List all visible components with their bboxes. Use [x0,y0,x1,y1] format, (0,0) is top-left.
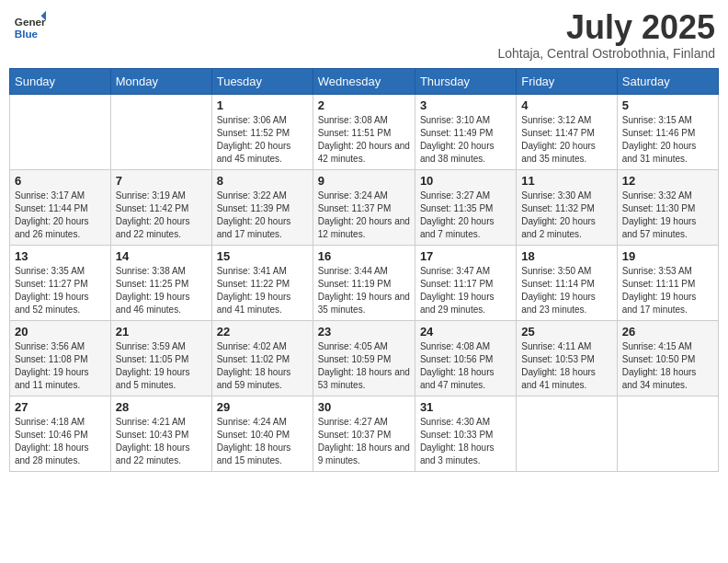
day-info: Sunrise: 4:05 AM Sunset: 10:59 PM Daylig… [318,340,410,392]
calendar-cell: 2Sunrise: 3:08 AM Sunset: 11:51 PM Dayli… [313,94,415,169]
calendar-week-row: 13Sunrise: 3:35 AM Sunset: 11:27 PM Dayl… [10,245,719,320]
calendar-cell: 16Sunrise: 3:44 AM Sunset: 11:19 PM Dayl… [313,245,415,320]
day-info: Sunrise: 4:24 AM Sunset: 10:40 PM Daylig… [217,416,308,467]
day-info: Sunrise: 3:32 AM Sunset: 11:30 PM Daylig… [622,190,713,241]
day-number: 28 [116,400,207,414]
day-number: 2 [318,98,410,112]
calendar-cell: 30Sunrise: 4:27 AM Sunset: 10:37 PM Dayl… [313,396,415,471]
day-info: Sunrise: 4:08 AM Sunset: 10:56 PM Daylig… [420,340,511,392]
calendar-cell: 28Sunrise: 4:21 AM Sunset: 10:43 PM Dayl… [110,396,211,471]
day-info: Sunrise: 3:17 AM Sunset: 11:44 PM Daylig… [15,190,106,241]
calendar-body: 1Sunrise: 3:06 AM Sunset: 11:52 PM Dayli… [10,94,719,471]
day-number: 13 [15,249,106,263]
day-number: 9 [318,174,410,188]
day-header-wednesday: Wednesday [313,68,415,94]
day-number: 5 [622,98,713,112]
calendar-cell: 6Sunrise: 3:17 AM Sunset: 11:44 PM Dayli… [10,169,111,245]
day-info: Sunrise: 3:08 AM Sunset: 11:51 PM Daylig… [318,114,410,166]
calendar-table: SundayMondayTuesdayWednesdayThursdayFrid… [9,68,719,472]
calendar-week-row: 27Sunrise: 4:18 AM Sunset: 10:46 PM Dayl… [10,396,719,471]
day-number: 18 [521,249,612,263]
calendar-cell: 24Sunrise: 4:08 AM Sunset: 10:56 PM Dayl… [415,320,516,396]
calendar-cell: 4Sunrise: 3:12 AM Sunset: 11:47 PM Dayli… [517,94,618,169]
day-info: Sunrise: 3:06 AM Sunset: 11:52 PM Daylig… [217,114,308,166]
day-number: 6 [15,174,106,188]
svg-text:Blue: Blue [15,28,39,40]
day-number: 27 [15,400,106,414]
svg-text:General: General [15,16,46,28]
day-info: Sunrise: 3:47 AM Sunset: 11:17 PM Daylig… [420,265,511,316]
day-info: Sunrise: 4:27 AM Sunset: 10:37 PM Daylig… [318,416,410,467]
day-info: Sunrise: 3:27 AM Sunset: 11:35 PM Daylig… [420,190,511,241]
day-info: Sunrise: 3:35 AM Sunset: 11:27 PM Daylig… [15,265,106,316]
day-info: Sunrise: 4:21 AM Sunset: 10:43 PM Daylig… [116,416,207,467]
calendar-cell: 18Sunrise: 3:50 AM Sunset: 11:14 PM Dayl… [517,245,618,320]
day-info: Sunrise: 3:50 AM Sunset: 11:14 PM Daylig… [521,265,612,316]
calendar-week-row: 1Sunrise: 3:06 AM Sunset: 11:52 PM Dayli… [10,94,719,169]
calendar-header-row: SundayMondayTuesdayWednesdayThursdayFrid… [10,68,719,94]
calendar-cell: 10Sunrise: 3:27 AM Sunset: 11:35 PM Dayl… [415,169,516,245]
calendar-cell: 3Sunrise: 3:10 AM Sunset: 11:49 PM Dayli… [415,94,516,169]
day-info: Sunrise: 3:53 AM Sunset: 11:11 PM Daylig… [622,265,713,316]
day-number: 22 [217,325,308,339]
calendar-cell: 31Sunrise: 4:30 AM Sunset: 10:33 PM Dayl… [415,396,516,471]
day-number: 12 [622,174,713,188]
day-info: Sunrise: 3:12 AM Sunset: 11:47 PM Daylig… [521,114,612,166]
day-number: 15 [217,249,308,263]
calendar-cell: 26Sunrise: 4:15 AM Sunset: 10:50 PM Dayl… [617,320,718,396]
day-number: 23 [318,325,410,339]
day-number: 24 [420,325,511,339]
day-info: Sunrise: 3:19 AM Sunset: 11:42 PM Daylig… [116,190,207,241]
day-number: 4 [521,98,612,112]
day-header-thursday: Thursday [415,68,516,94]
calendar-cell: 20Sunrise: 3:56 AM Sunset: 11:08 PM Dayl… [10,320,111,396]
day-info: Sunrise: 3:44 AM Sunset: 11:19 PM Daylig… [318,265,410,316]
calendar-cell: 13Sunrise: 3:35 AM Sunset: 11:27 PM Dayl… [10,245,111,320]
day-number: 21 [116,325,207,339]
page-header: General Blue July 2025 Lohtaja, Central … [9,9,719,61]
day-info: Sunrise: 4:30 AM Sunset: 10:33 PM Daylig… [420,416,511,467]
calendar-cell: 7Sunrise: 3:19 AM Sunset: 11:42 PM Dayli… [110,169,211,245]
day-header-friday: Friday [517,68,618,94]
calendar-cell: 29Sunrise: 4:24 AM Sunset: 10:40 PM Dayl… [211,396,313,471]
day-header-monday: Monday [110,68,211,94]
calendar-cell: 21Sunrise: 3:59 AM Sunset: 11:05 PM Dayl… [110,320,211,396]
day-info: Sunrise: 4:15 AM Sunset: 10:50 PM Daylig… [622,340,713,392]
day-number: 16 [318,249,410,263]
day-number: 20 [15,325,106,339]
day-number: 7 [116,174,207,188]
location-subtitle: Lohtaja, Central Ostrobothnia, Finland [497,46,715,61]
day-number: 1 [217,98,308,112]
calendar-cell: 12Sunrise: 3:32 AM Sunset: 11:30 PM Dayl… [617,169,718,245]
day-number: 14 [116,249,207,263]
calendar-cell [517,396,618,471]
day-number: 17 [420,249,511,263]
day-number: 25 [521,325,612,339]
day-number: 3 [420,98,511,112]
day-number: 10 [420,174,511,188]
calendar-cell: 15Sunrise: 3:41 AM Sunset: 11:22 PM Dayl… [211,245,313,320]
calendar-cell [110,94,211,169]
calendar-cell: 17Sunrise: 3:47 AM Sunset: 11:17 PM Dayl… [415,245,516,320]
day-number: 8 [217,174,308,188]
calendar-cell: 23Sunrise: 4:05 AM Sunset: 10:59 PM Dayl… [313,320,415,396]
day-info: Sunrise: 4:11 AM Sunset: 10:53 PM Daylig… [521,340,612,392]
day-number: 26 [622,325,713,339]
logo-icon: General Blue [13,9,46,42]
day-header-sunday: Sunday [10,68,111,94]
day-number: 19 [622,249,713,263]
day-number: 29 [217,400,308,414]
title-block: July 2025 Lohtaja, Central Ostrobothnia,… [497,9,715,61]
day-info: Sunrise: 4:02 AM Sunset: 11:02 PM Daylig… [217,340,308,392]
day-info: Sunrise: 3:41 AM Sunset: 11:22 PM Daylig… [217,265,308,316]
day-number: 31 [420,400,511,414]
day-info: Sunrise: 3:22 AM Sunset: 11:39 PM Daylig… [217,190,308,241]
calendar-cell: 14Sunrise: 3:38 AM Sunset: 11:25 PM Dayl… [110,245,211,320]
calendar-week-row: 6Sunrise: 3:17 AM Sunset: 11:44 PM Dayli… [10,169,719,245]
calendar-week-row: 20Sunrise: 3:56 AM Sunset: 11:08 PM Dayl… [10,320,719,396]
day-info: Sunrise: 3:24 AM Sunset: 11:37 PM Daylig… [318,190,410,241]
calendar-cell: 5Sunrise: 3:15 AM Sunset: 11:46 PM Dayli… [617,94,718,169]
day-header-saturday: Saturday [617,68,718,94]
calendar-cell: 19Sunrise: 3:53 AM Sunset: 11:11 PM Dayl… [617,245,718,320]
calendar-cell: 27Sunrise: 4:18 AM Sunset: 10:46 PM Dayl… [10,396,111,471]
